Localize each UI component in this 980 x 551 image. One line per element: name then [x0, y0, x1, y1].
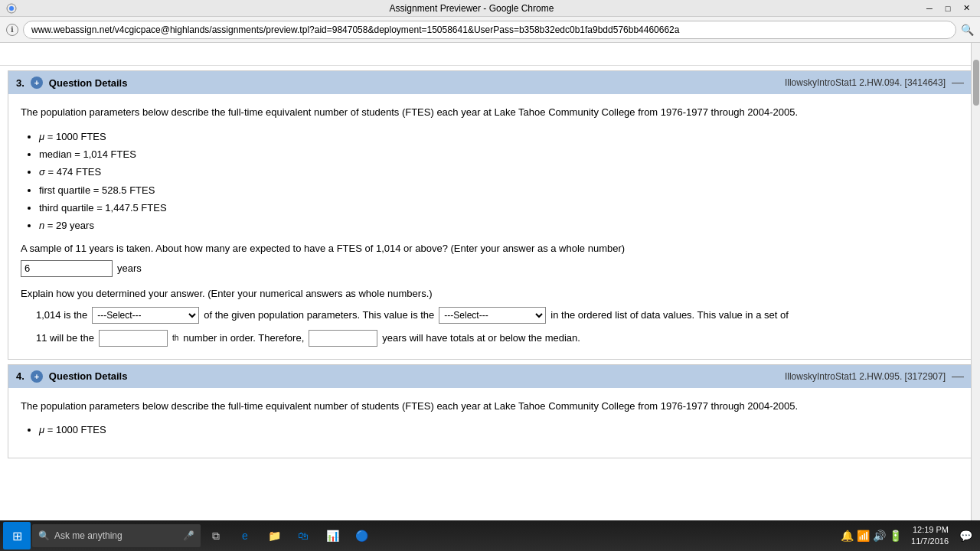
taskbar: ⊞ 🔍 Ask me anything 🎤 ⧉ e 📁 🛍 📊 🔵 🔔 📶 🔊 …: [0, 520, 980, 551]
store-icon: 🛍: [298, 530, 309, 542]
question-3-header-left: 3. + Question Details: [16, 77, 127, 89]
explain-row-1: 1,014 is the ---Select--- mean median mo…: [36, 305, 959, 325]
right-scrollbar[interactable]: [971, 43, 980, 520]
taskbar-task-view[interactable]: ⧉: [202, 522, 230, 549]
question-4-collapse-button[interactable]: —: [952, 370, 964, 383]
answer-input[interactable]: [21, 260, 113, 277]
question-3-body: The population parameters below describe…: [8, 94, 972, 359]
select-dropdown-2[interactable]: ---Select--- 50th percentile 25th percen…: [439, 307, 546, 324]
taskbar-explorer-app[interactable]: 📁: [260, 522, 288, 549]
clock-time: 12:19 PM: [911, 524, 949, 536]
scrollbar-thumb[interactable]: [973, 60, 979, 106]
app5-icon: 📊: [326, 530, 339, 542]
param-item: σ = 474 FTES: [39, 163, 959, 181]
explain-part1-prefix: 1,014 is the: [36, 305, 87, 325]
inline-input-2[interactable]: [309, 330, 377, 347]
taskbar-chrome-icon: 🔵: [355, 530, 368, 542]
question-3-id: IllowskyIntroStat1 2.HW.094. [3414643]: [785, 77, 946, 88]
chrome-icon: [6, 3, 17, 14]
inline-input-1[interactable]: [99, 330, 168, 347]
years-label: years: [117, 262, 142, 274]
taskbar-store-app[interactable]: 🛍: [289, 522, 317, 549]
taskbar-mic-icon[interactable]: 🎤: [183, 530, 194, 541]
clock-date: 11/7/2016: [911, 536, 949, 547]
info-icon: ℹ: [6, 24, 18, 36]
question-4-params: μ = 1000 FTES: [39, 421, 959, 439]
taskbar-app5[interactable]: 📊: [318, 522, 346, 549]
volume-icon[interactable]: 🔊: [873, 530, 886, 542]
question-4-body-text: The population parameters below describe…: [21, 399, 959, 414]
explorer-icon: 📁: [268, 530, 281, 542]
title-bar: Assignment Previewer - Google Chrome ─ □…: [0, 0, 980, 17]
question-3-number: 3.: [16, 77, 24, 89]
param-item: μ = 1000 FTES: [39, 421, 959, 439]
question-3-expand-icon[interactable]: +: [31, 77, 43, 89]
question-3-details-label: Question Details: [49, 77, 128, 89]
question-3-section: 3. + Question Details IllowskyIntroStat1…: [8, 70, 972, 360]
edge-icon: e: [242, 530, 248, 542]
param-item: μ = 1000 FTES: [39, 128, 959, 145]
window-title: Assignment Previewer - Google Chrome: [21, 3, 922, 14]
windows-icon: ⊞: [12, 529, 22, 543]
question-3-body-text: The population parameters below describe…: [21, 105, 959, 120]
question-4-header: 4. + Question Details IllowskyIntroStat1…: [8, 365, 972, 388]
taskbar-search-icon: 🔍: [38, 530, 50, 541]
question-4-section: 4. + Question Details IllowskyIntroStat1…: [8, 364, 972, 458]
question-3-header: 3. + Question Details IllowskyIntroStat1…: [8, 71, 972, 94]
question-4-body: The population parameters below describe…: [8, 388, 972, 458]
taskbar-system-icons: 🔔 📶 🔊 🔋: [838, 530, 905, 542]
main-content: 3. + Question Details IllowskyIntroStat1…: [0, 43, 980, 520]
window-controls[interactable]: ─ □ ✕: [922, 2, 974, 15]
taskbar-search-text: Ask me anything: [54, 530, 122, 541]
svg-point-1: [9, 6, 14, 11]
address-bar: ℹ 🔍: [0, 17, 980, 43]
task-view-icon: ⧉: [212, 530, 220, 543]
param-item: n = 29 years: [39, 217, 959, 234]
wifi-icon[interactable]: 📶: [857, 530, 870, 542]
maximize-button[interactable]: □: [940, 2, 956, 15]
battery-icon[interactable]: 🔋: [889, 530, 902, 542]
close-button[interactable]: ✕: [959, 2, 974, 15]
start-button[interactable]: ⊞: [3, 522, 31, 549]
explain-label: Explain how you determined your answer. …: [21, 288, 959, 299]
explain-row-2: 11 will be the th number in order. There…: [36, 328, 959, 348]
url-input[interactable]: [23, 21, 956, 39]
zoom-icon[interactable]: 🔍: [961, 24, 974, 36]
question-4-details-label: Question Details: [49, 370, 128, 382]
action-center-icon[interactable]: 💬: [955, 530, 977, 542]
question-3-collapse-button[interactable]: —: [952, 76, 964, 90]
question-4-expand-icon[interactable]: +: [31, 370, 43, 383]
question-4-header-left: 4. + Question Details: [16, 370, 127, 383]
minimize-button[interactable]: ─: [922, 2, 937, 15]
th-superscript: th: [172, 331, 178, 346]
question-4-number: 4.: [16, 370, 24, 382]
explain-part2-suffix: years will have totals at or below the m…: [382, 328, 580, 348]
explain-part1-mid: of the given population parameters. This…: [204, 305, 434, 325]
taskbar-clock[interactable]: 12:19 PM 11/7/2016: [906, 524, 953, 548]
scroll-hint-area: [0, 43, 980, 66]
param-item: median = 1,014 FTES: [39, 145, 959, 163]
explain-part2-prefix: 11 will be the: [36, 328, 94, 348]
question-3-params: μ = 1000 FTES median = 1,014 FTES σ = 47…: [39, 128, 959, 235]
taskbar-search-box[interactable]: 🔍 Ask me anything 🎤: [32, 524, 201, 547]
taskbar-chrome-app[interactable]: 🔵: [348, 522, 375, 549]
notification-icon[interactable]: 🔔: [841, 530, 854, 542]
sample-question-text: A sample of 11 years is taken. About how…: [21, 243, 959, 254]
taskbar-edge-app[interactable]: e: [231, 522, 259, 549]
answer-row: years: [21, 260, 959, 277]
param-item: third quartile = 1,447.5 FTES: [39, 199, 959, 217]
question-4-id: IllowskyIntroStat1 2.HW.095. [3172907]: [785, 371, 946, 382]
explain-part2-mid: number in order. Therefore,: [183, 328, 304, 348]
param-item: first quartile = 528.5 FTES: [39, 181, 959, 199]
explain-part1-suffix: in the ordered list of data values. This…: [550, 305, 789, 325]
select-dropdown-1[interactable]: ---Select--- mean median mode standard d…: [92, 307, 199, 324]
